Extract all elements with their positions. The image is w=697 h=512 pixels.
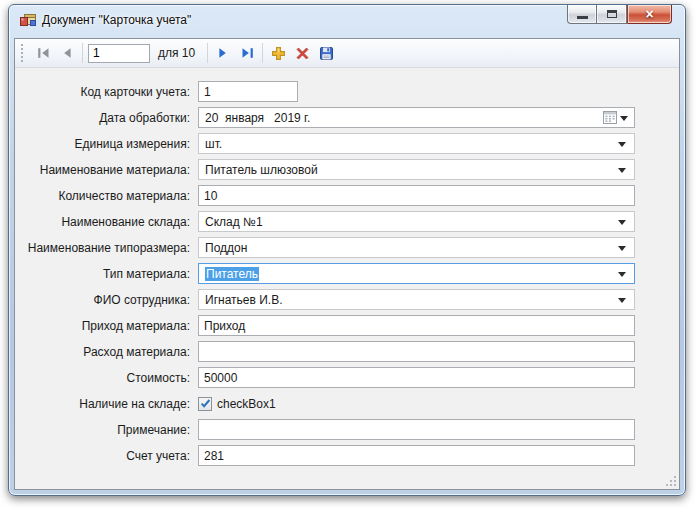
window-title: Документ "Карточка учета" — [42, 13, 191, 27]
move-next-icon — [217, 47, 229, 59]
move-previous-button[interactable] — [55, 42, 79, 64]
combo-value: Склад №1 — [205, 215, 263, 229]
toolbar-separator — [262, 43, 263, 63]
field-row-cost: Стоимость: — [15, 367, 679, 388]
material-name-combobox[interactable]: Питатель шлюзовой — [198, 159, 635, 180]
binding-navigator-toolbar: для 10 — [15, 39, 679, 68]
field-row-account: Счет учета: — [15, 445, 679, 466]
caption-buttons: × — [567, 5, 672, 24]
employee-combobox[interactable]: Игнатьев И.В. — [198, 289, 635, 310]
record-count-label: для 10 — [158, 46, 195, 60]
field-row-note: Примечание: — [15, 419, 679, 440]
field-label: Наличие на складе: — [15, 397, 198, 411]
close-icon: × — [645, 6, 653, 23]
chevron-down-icon[interactable] — [618, 168, 626, 173]
field-row-warehouse-name: Наименование склада: Склад №1 — [15, 211, 679, 232]
move-last-button[interactable] — [235, 42, 259, 64]
field-label: Тип материала: — [15, 267, 198, 281]
chevron-down-icon[interactable] — [620, 116, 628, 121]
field-label: Наименование материала: — [15, 163, 198, 177]
maximize-icon — [607, 10, 617, 18]
in-stock-checkbox[interactable]: checkBox1 — [198, 397, 276, 411]
delete-button[interactable] — [290, 42, 314, 64]
chevron-down-icon[interactable] — [618, 298, 626, 303]
field-row-unit: Единица измерения: шт. — [15, 133, 679, 154]
field-row-processing-date: Дата обработки: 20 января 2019 г. — [15, 107, 679, 128]
account-input[interactable] — [198, 445, 635, 466]
field-label: Примечание: — [15, 423, 198, 437]
resize-grip-icon[interactable] — [665, 475, 677, 487]
field-label: Наименование склада: — [15, 215, 198, 229]
field-label: Приход материала: — [15, 319, 198, 333]
field-row-material-quantity: Количество материала: — [15, 185, 679, 206]
field-row-card-code: Код карточки учета: — [15, 81, 679, 102]
processing-date-picker[interactable]: 20 января 2019 г. — [198, 107, 635, 128]
checkbox-label: checkBox1 — [217, 397, 276, 411]
field-label: Счет учета: — [15, 449, 198, 463]
add-new-icon — [271, 46, 286, 61]
field-label: Стоимость: — [15, 371, 198, 385]
field-label: Наименование типоразмера: — [15, 241, 198, 255]
combo-value: Питатель шлюзовой — [205, 163, 318, 177]
combo-value: Игнатьев И.В. — [205, 293, 282, 307]
cost-input[interactable] — [198, 367, 635, 388]
combo-value: Поддон — [205, 241, 247, 255]
move-first-icon — [37, 47, 50, 59]
add-new-button[interactable] — [266, 42, 290, 64]
checkbox-box[interactable] — [198, 397, 212, 411]
material-expense-input[interactable] — [198, 341, 635, 362]
minimize-button[interactable] — [567, 5, 596, 24]
datepicker-icons — [603, 111, 628, 124]
field-label: Расход материала: — [15, 345, 198, 359]
selected-text: Питатель — [205, 267, 259, 281]
field-label: Код карточки учета: — [15, 85, 198, 99]
move-first-button[interactable] — [31, 42, 55, 64]
field-row-in-stock: Наличие на складе: checkBox1 — [15, 393, 679, 414]
field-label: ФИО сотрудника: — [15, 293, 198, 307]
fields-panel: Код карточки учета: Дата обработки: 20 я… — [15, 68, 679, 466]
toolbar-grip[interactable] — [21, 44, 25, 62]
note-input[interactable] — [198, 419, 635, 440]
date-value: 20 января 2019 г. — [205, 111, 310, 125]
chevron-down-icon[interactable] — [618, 246, 626, 251]
move-last-icon — [241, 47, 254, 59]
close-button[interactable]: × — [627, 5, 672, 24]
save-button[interactable] — [314, 42, 338, 64]
toolbar-separator — [207, 43, 208, 63]
move-previous-icon — [61, 47, 73, 59]
move-next-button[interactable] — [211, 42, 235, 64]
chevron-down-icon[interactable] — [618, 142, 626, 147]
warehouse-combobox[interactable]: Склад №1 — [198, 211, 635, 232]
delete-icon — [295, 46, 310, 61]
check-icon — [200, 398, 211, 409]
material-type-combobox[interactable]: Питатель — [198, 263, 635, 284]
chevron-down-icon[interactable] — [618, 272, 626, 277]
chevron-down-icon[interactable] — [618, 220, 626, 225]
app-window: Документ "Карточка учета" × — [8, 4, 686, 496]
field-label: Единица измерения: — [15, 137, 198, 151]
size-type-combobox[interactable]: Поддон — [198, 237, 635, 258]
field-row-material-name: Наименование материала: Питатель шлюзово… — [15, 159, 679, 180]
field-row-size-type-name: Наименование типоразмера: Поддон — [15, 237, 679, 258]
winforms-app-icon[interactable] — [20, 12, 36, 28]
form-client-area: для 10 — [14, 38, 680, 490]
field-row-material-expense: Расход материала: — [15, 341, 679, 362]
unit-combobox[interactable]: шт. — [198, 133, 635, 154]
minimize-icon — [577, 16, 588, 19]
toolbar-separator — [82, 43, 83, 63]
field-row-material-type: Тип материала: Питатель — [15, 263, 679, 284]
field-label: Количество материала: — [15, 189, 198, 203]
field-row-material-income: Приход материала: — [15, 315, 679, 336]
record-position-input[interactable] — [88, 44, 150, 63]
combo-value: шт. — [205, 137, 222, 151]
calendar-icon — [603, 111, 617, 124]
card-code-input[interactable] — [198, 81, 298, 102]
maximize-button[interactable] — [596, 5, 627, 24]
field-row-employee-name: ФИО сотрудника: Игнатьев И.В. — [15, 289, 679, 310]
material-income-input[interactable] — [198, 315, 635, 336]
field-label: Дата обработки: — [15, 111, 198, 125]
save-icon — [319, 46, 334, 61]
material-quantity-input[interactable] — [198, 185, 635, 206]
